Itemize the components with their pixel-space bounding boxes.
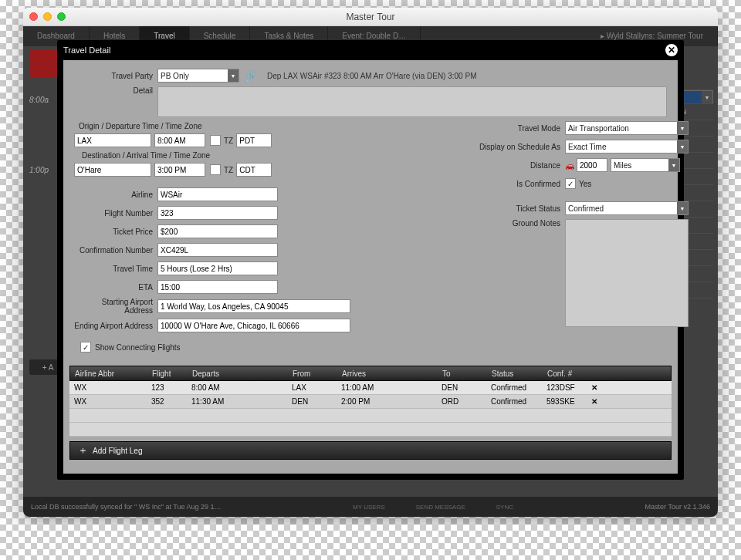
footer-bar: Local DB successfully synced for " WS In… <box>23 497 718 517</box>
origin-input[interactable] <box>74 133 151 147</box>
schedule-display-select[interactable]: Exact Time <box>565 140 689 153</box>
travel-detail-modal: Travel Detail ✕ Travel Party PB Only 🔗 D… <box>57 40 684 480</box>
confirmation-label: Confirmation Number <box>74 246 153 255</box>
airline-input[interactable] <box>157 187 278 201</box>
flight-summary: Dep LAX WSAir #323 8:00 AM Arr O'Hare (v… <box>267 72 476 80</box>
dep-time-input[interactable] <box>154 133 205 147</box>
window-title: Master Tour <box>23 12 718 22</box>
arr-tz-input[interactable] <box>236 163 272 177</box>
distance-label: Distance <box>468 161 560 170</box>
is-confirmed-checkbox[interactable]: ✓ <box>565 178 576 189</box>
detail-label: Detail <box>74 86 153 95</box>
col-departs: Departs <box>188 369 288 378</box>
modal-title: Travel Detail <box>63 46 110 55</box>
ticket-status-select[interactable]: Confirmed <box>565 201 689 215</box>
dep-checkbox[interactable] <box>210 135 221 146</box>
delete-row-icon[interactable]: ✕ <box>587 383 601 392</box>
artist-logo <box>29 49 57 77</box>
ticket-status-label: Ticket Status <box>468 204 560 213</box>
detail-textarea[interactable] <box>157 86 667 117</box>
ground-notes-label: Ground Notes <box>468 219 560 228</box>
airline-label: Airline <box>74 191 153 199</box>
table-row[interactable]: WX 123 8:00 AM LAX 11:00 AM DEN Confirme… <box>69 381 672 395</box>
confirmation-input[interactable] <box>157 243 278 257</box>
col-from: From <box>288 369 337 378</box>
dest-header: Destination / Arrival Time / Time Zone <box>74 151 445 160</box>
start-airport-label: Starting Airport Address <box>74 298 153 315</box>
schedule-display-label: Display on Schedule As <box>468 143 560 151</box>
flight-number-input[interactable] <box>157 206 278 220</box>
sync-button[interactable]: SYNC <box>496 504 513 511</box>
travel-time-input[interactable] <box>157 261 278 275</box>
table-header: Airline Abbr Flight Departs From Arrives… <box>69 366 672 381</box>
table-row <box>69 423 672 437</box>
my-users-button[interactable]: MY USERS <box>353 504 385 511</box>
arr-time-input[interactable] <box>154 163 205 177</box>
sync-status: Local DB successfully synced for " WS In… <box>31 503 222 511</box>
table-row <box>69 409 672 423</box>
tz-label: TZ <box>224 137 233 145</box>
is-confirmed-label: Is Confirmed <box>468 180 560 188</box>
table-row[interactable]: WX 352 11:30 AM DEN 2:00 PM ORD Confirme… <box>69 395 672 409</box>
col-status: Status <box>487 369 543 378</box>
travel-party-label: Travel Party <box>74 72 153 80</box>
version-label: Master Tour v2.1.346 <box>645 503 710 511</box>
link-icon[interactable]: 🔗 <box>244 70 256 82</box>
origin-header: Origin / Departure Time / Time Zone <box>74 122 445 130</box>
travel-mode-select[interactable]: Air Transportation <box>565 121 689 135</box>
ticket-price-input[interactable] <box>157 224 278 238</box>
road-icon: 🚗 <box>565 161 574 170</box>
add-flight-leg-button[interactable]: ＋ Add Flight Leg <box>69 441 672 460</box>
start-airport-input[interactable] <box>157 299 350 313</box>
end-airport-input[interactable] <box>157 319 350 332</box>
col-conf: Conf. # <box>543 369 587 378</box>
col-to: To <box>438 369 487 378</box>
distance-input[interactable] <box>577 158 607 172</box>
arr-checkbox[interactable] <box>210 164 221 175</box>
col-flight: Flight <box>147 369 188 378</box>
end-airport-label: Ending Airport Address <box>74 322 153 330</box>
distance-unit-select[interactable]: Miles <box>611 158 680 172</box>
show-connecting-label: Show Connecting Flights <box>95 343 181 352</box>
dest-input[interactable] <box>74 163 151 177</box>
travel-party-select[interactable]: PB Only <box>157 69 239 83</box>
flight-number-label: Flight Number <box>74 209 153 218</box>
ticket-price-label: Ticket Price <box>74 228 153 236</box>
app-window: Master Tour Dashboard Hotels Travel Sche… <box>23 8 718 517</box>
connecting-flights-table: Airline Abbr Flight Departs From Arrives… <box>69 366 672 437</box>
send-message-button[interactable]: SEND MESSAGE <box>416 504 465 511</box>
show-connecting-checkbox[interactable]: ✓ <box>80 342 91 353</box>
travel-mode-label: Travel Mode <box>468 124 560 133</box>
is-confirmed-value: Yes <box>579 180 591 188</box>
travel-time-label: Travel Time <box>74 265 153 273</box>
titlebar: Master Tour <box>23 8 718 26</box>
col-arrives: Arrives <box>337 369 438 378</box>
modal-body: Travel Party PB Only 🔗 Dep LAX WSAir #32… <box>63 60 678 474</box>
ground-notes-textarea[interactable] <box>565 219 689 327</box>
close-icon[interactable]: ✕ <box>665 44 678 56</box>
col-airline-abbr: Airline Abbr <box>70 369 147 378</box>
delete-row-icon[interactable]: ✕ <box>587 397 601 406</box>
eta-label: ETA <box>74 283 153 292</box>
plus-icon: ＋ <box>78 444 88 457</box>
eta-input[interactable] <box>157 280 278 294</box>
time-label: 8:00a <box>29 96 49 104</box>
tz-label: TZ <box>224 166 233 174</box>
dep-tz-input[interactable] <box>236 133 272 147</box>
